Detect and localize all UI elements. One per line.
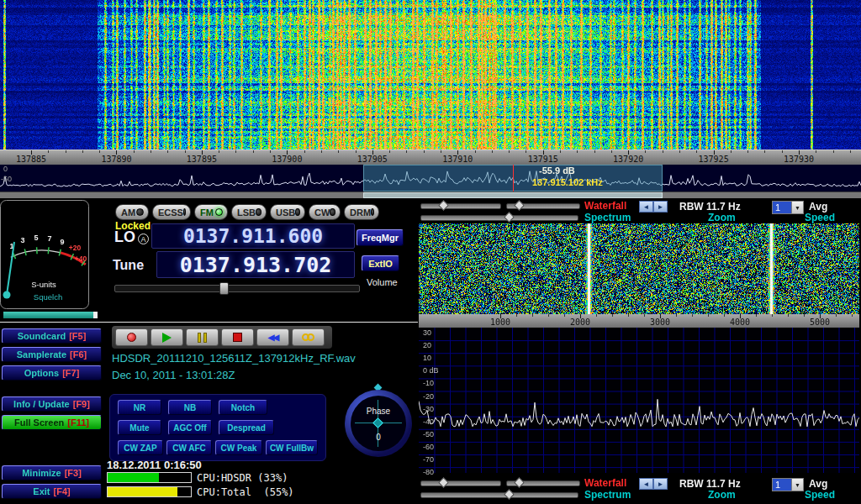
arrow-right-button[interactable]: ► [653,201,668,213]
tick-mark [644,314,645,317]
tick-mark [692,314,693,317]
avg-select[interactable]: 1 ▼ [772,201,804,214]
freq-manager-button[interactable]: FreqMgr [357,229,404,246]
waterfall-lower-limit-slider[interactable] [506,480,580,486]
mode-led-icon [295,208,300,216]
samplerate-button[interactable]: Samplerate [F6] [2,347,102,362]
avg-select[interactable]: 1 ▼ [772,478,804,491]
arrow-left-button[interactable]: ◄ [639,478,653,490]
squelch-peak-marker[interactable] [93,312,98,318]
cpu-total-text: CPU:Total (55%) [197,486,294,498]
slider-thumb[interactable] [504,212,515,223]
freq-tick-label: 1000 [490,318,510,327]
cw-afc-button[interactable]: CW AFC [166,440,212,455]
nr-button[interactable]: NR [118,400,161,415]
cw-peak-button[interactable]: CW Peak [215,440,262,455]
slider-thumb[interactable] [504,489,515,500]
agc-button[interactable]: AGC Off [168,420,212,435]
waterfall-upper-limit-slider[interactable] [420,203,501,209]
phase-indicator: Phase 0 [343,385,414,462]
dropdown-arrow-icon[interactable]: ▼ [791,479,803,491]
zoom-slider[interactable] [420,215,578,221]
lo-label: LO [114,228,135,246]
volume-slider-thumb[interactable] [219,282,229,295]
mode-fm-button[interactable]: FM [194,204,228,220]
tick-mark [676,314,677,317]
slider-thumb[interactable] [514,477,525,488]
notch-button[interactable]: Notch [219,400,267,415]
mute-button[interactable]: Mute [118,420,161,435]
tick-mark [731,150,732,153]
squelch-level-bar[interactable] [3,312,98,318]
spectrum-scrollbar-handle[interactable] [363,192,663,198]
record-button[interactable] [115,328,148,346]
despread-button[interactable]: Despread [219,420,274,435]
lo-a-badge[interactable]: A [138,234,149,244]
rbw-label: RBW 11.7 Hz [679,478,741,490]
tick-mark [799,150,800,155]
cw-fullbw-button[interactable]: CW FullBw [266,440,318,455]
dropdown-arrow-icon[interactable]: ▼ [791,202,803,213]
soundcard-button[interactable]: Soundcard [F5] [2,328,102,344]
frequency-ruler[interactable]: 1378851378901378951379001379051379101379… [0,150,861,165]
cpu-hdsdr-text: CPU:HDSDR (33%) [197,472,288,484]
play-button[interactable] [151,328,183,346]
mode-usb-button[interactable]: USB [270,204,305,220]
tick-mark [516,314,517,317]
zoom-slider[interactable] [420,492,578,498]
waterfall-lower-limit-slider[interactable] [506,203,580,209]
rewind-button[interactable]: ◀◀ [256,328,289,346]
freq-tick-label: 137900 [272,155,302,164]
af-spectrum-display[interactable] [419,328,859,473]
af-waterfall-display[interactable] [419,223,859,314]
mode-am-button[interactable]: AM [115,204,149,220]
cw-zap-button[interactable]: CW ZAP [118,440,163,455]
options-button[interactable]: Options [F7] [2,365,102,381]
tick-mark [804,314,805,317]
mode-drm-button[interactable]: DRM [344,204,379,220]
divider-line [0,322,418,323]
s-meter-scale-label: 7 [47,234,51,243]
info-update-button[interactable]: Info / Update [F9] [2,396,102,412]
waterfall-upper-limit-slider[interactable] [420,480,501,486]
tick-mark [406,150,407,153]
stop-button[interactable] [221,328,254,346]
exit-button[interactable]: Exit [F4] [2,484,102,499]
arrow-left-button[interactable]: ◄ [639,201,653,213]
freq-tick-label: 137930 [784,155,814,164]
slider-thumb[interactable] [438,477,449,488]
mode-lsb-button[interactable]: LSB [231,204,267,220]
squelch-label: Squelch [34,292,62,302]
main-spectrum-display[interactable]: 0 -50 -55.9 dB 137.915.102 kHz [0,165,861,192]
full-screen-button[interactable]: Full Screen [F11] [2,415,102,430]
slider-thumb[interactable] [438,200,449,211]
main-waterfall-display[interactable] [0,0,861,150]
minimize-button[interactable]: Minimize [F3] [2,465,102,480]
mode-label: DRM [350,207,371,218]
mode-cw-button[interactable]: CW [309,204,341,220]
tune-frequency-display[interactable]: 0137.913.702 [156,251,355,278]
tick-mark [764,150,765,153]
pause-button[interactable] [186,328,219,346]
arrow-right-button[interactable]: ► [653,478,668,490]
button-hotkey: [F7] [62,368,79,378]
af-frequency-scale[interactable]: 10002000300040005000 [419,314,859,328]
waterfall-label: Waterfall [584,477,626,489]
slider-thumb[interactable] [514,200,525,211]
tick-mark [304,150,305,153]
tick-mark [543,150,544,155]
button-hotkey: [F3] [65,468,82,478]
loop-button[interactable] [292,328,325,346]
mode-ecss-button[interactable]: ECSS [152,204,191,220]
playback-toolbar: ◀◀ [112,326,332,349]
spectrum-scrollbar[interactable] [0,192,861,198]
tick-mark [441,150,441,153]
freq-tick-label: 5000 [810,318,830,327]
tick-mark [756,314,757,317]
extio-button[interactable]: ExtIO [362,255,399,271]
volume-slider[interactable] [114,285,360,292]
lo-frequency-display[interactable]: 0137.911.600 [151,223,355,249]
button-label: Samplerate [17,349,66,360]
nb-button[interactable]: NB [168,400,212,415]
mode-led-icon [215,208,223,216]
